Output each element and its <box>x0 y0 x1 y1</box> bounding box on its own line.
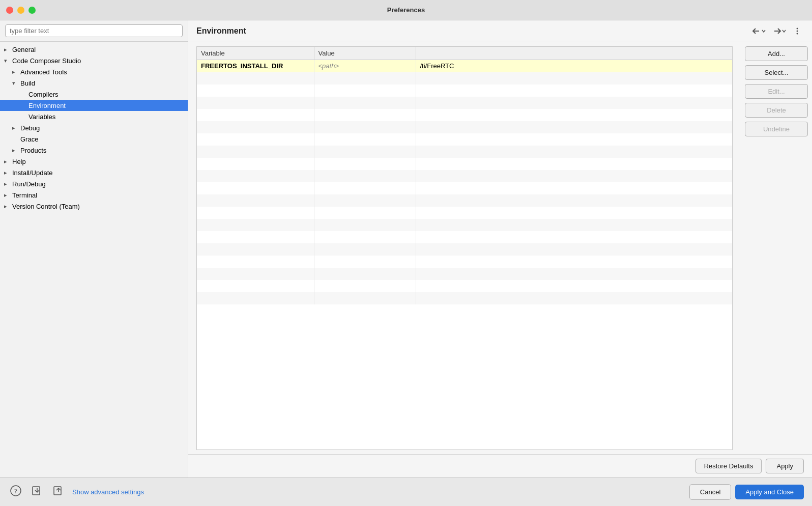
table-cell-value <box>314 243 416 256</box>
table-row[interactable] <box>197 256 732 268</box>
sidebar-item-help[interactable]: ▸Help <box>0 156 188 167</box>
back-button[interactable] <box>750 26 768 36</box>
export-button[interactable] <box>51 483 66 501</box>
export-icon <box>53 485 64 496</box>
sidebar-item-debug[interactable]: ▸Debug <box>0 122 188 133</box>
footer-bar: ? Show advanced settings Cancel <box>0 477 812 506</box>
sidebar-item-general[interactable]: ▸General <box>0 44 188 55</box>
table-cell-value <box>314 109 416 121</box>
show-advanced-link[interactable]: Show advanced settings <box>72 488 144 496</box>
table-row[interactable] <box>197 243 732 256</box>
table-row[interactable] <box>197 109 732 121</box>
table-row[interactable] <box>197 72 732 85</box>
table-row[interactable] <box>197 194 732 207</box>
table-row[interactable] <box>197 146 732 158</box>
table-cell-extra <box>416 109 732 121</box>
undefine-button[interactable]: Undefine <box>745 122 808 136</box>
table-cell-variable <box>197 133 314 146</box>
expand-icon: ▾ <box>12 80 20 87</box>
svg-point-4 <box>797 33 798 35</box>
table-cell-variable <box>197 292 314 304</box>
sidebar-item-variables[interactable]: Variables <box>0 111 188 122</box>
table-row[interactable] <box>197 280 732 292</box>
table-row[interactable] <box>197 207 732 219</box>
tree: ▸General▾Code Composer Studio▸Advanced T… <box>0 42 188 477</box>
edit-button[interactable]: Edit... <box>745 84 808 99</box>
sidebar-item-compilers[interactable]: Compilers <box>0 89 188 100</box>
sidebar-item-label-environment: Environment <box>28 102 66 109</box>
table-row[interactable] <box>197 219 732 231</box>
col-header-value: Value <box>314 47 416 60</box>
table-row[interactable] <box>197 170 732 182</box>
sidebar-item-install-update[interactable]: ▸Install/Update <box>0 167 188 178</box>
table-row[interactable] <box>197 268 732 280</box>
right-panel: Environment <box>188 20 812 477</box>
col-header-extra <box>416 47 732 60</box>
select-button[interactable]: Select... <box>745 65 808 80</box>
sidebar-item-label-install-update: Install/Update <box>12 169 53 177</box>
more-options-button[interactable] <box>791 25 804 37</box>
import-button[interactable] <box>30 483 45 501</box>
forward-button[interactable] <box>770 26 789 36</box>
table-cell-variable <box>197 207 314 219</box>
cancel-button[interactable]: Cancel <box>689 484 731 500</box>
sidebar-item-grace[interactable]: Grace <box>0 133 188 145</box>
sidebar-item-code-composer-studio[interactable]: ▾Code Composer Studio <box>0 55 188 66</box>
table-cell-extra <box>416 256 732 268</box>
forward-icon <box>772 27 781 35</box>
sidebar-item-label-version-control: Version Control (Team) <box>12 203 80 210</box>
table-row[interactable] <box>197 158 732 170</box>
table-cell-extra: /ti/FreeRTC <box>416 60 732 72</box>
sidebar-item-run-debug[interactable]: ▸Run/Debug <box>0 178 188 189</box>
table-cell-variable <box>197 231 314 243</box>
col-header-variable: Variable <box>197 47 314 60</box>
table-cell-value: <path> <box>314 60 416 72</box>
table-row[interactable] <box>197 121 732 133</box>
table-cell-value <box>314 158 416 170</box>
close-button[interactable] <box>6 7 13 14</box>
sidebar-item-environment[interactable]: Environment <box>0 100 188 111</box>
table-row[interactable] <box>197 85 732 97</box>
table-cell-extra <box>416 146 732 158</box>
expand-icon: ▸ <box>4 170 12 176</box>
sidebar-item-terminal[interactable]: ▸Terminal <box>0 189 188 201</box>
delete-button[interactable]: Delete <box>745 103 808 118</box>
table-cell-value <box>314 133 416 146</box>
table-row[interactable] <box>197 133 732 146</box>
sidebar: ▸General▾Code Composer Studio▸Advanced T… <box>0 20 188 477</box>
expand-icon: ▸ <box>12 125 20 131</box>
sidebar-item-label-code-composer-studio: Code Composer Studio <box>12 57 81 65</box>
table-cell-extra <box>416 207 732 219</box>
sidebar-item-products[interactable]: ▸Products <box>0 145 188 156</box>
table-row[interactable] <box>197 97 732 109</box>
filter-input[interactable] <box>5 24 183 37</box>
table-row[interactable] <box>197 292 732 304</box>
restore-defaults-button[interactable]: Restore Defaults <box>695 459 762 473</box>
table-row[interactable] <box>197 231 732 243</box>
sidebar-item-advanced-tools[interactable]: ▸Advanced Tools <box>0 66 188 77</box>
table-row[interactable] <box>197 182 732 194</box>
apply-button[interactable]: Apply <box>766 459 804 473</box>
table-cell-extra <box>416 292 732 304</box>
table-cell-value <box>314 207 416 219</box>
footer-right: Cancel Apply and Close <box>689 484 804 500</box>
table-cell-value <box>314 292 416 304</box>
help-button[interactable]: ? <box>8 483 23 501</box>
maximize-button[interactable] <box>28 7 36 14</box>
sidebar-item-version-control[interactable]: ▸Version Control (Team) <box>0 201 188 212</box>
expand-icon: ▸ <box>4 192 12 199</box>
import-icon <box>32 485 43 496</box>
table-cell-extra <box>416 243 732 256</box>
apply-close-button[interactable]: Apply and Close <box>735 485 804 499</box>
minimize-button[interactable] <box>17 7 24 14</box>
table-cell-value <box>314 256 416 268</box>
add-button[interactable]: Add... <box>745 46 808 61</box>
sidebar-item-build[interactable]: ▾Build <box>0 77 188 89</box>
sidebar-item-label-build: Build <box>20 79 35 87</box>
table-cell-extra <box>416 170 732 182</box>
sidebar-item-label-terminal: Terminal <box>12 191 37 199</box>
table-cell-extra <box>416 231 732 243</box>
table-row[interactable]: FREERTOS_INSTALL_DIR<path>/ti/FreeRTC <box>197 60 732 72</box>
table-cell-variable <box>197 72 314 85</box>
table-cell-variable <box>197 194 314 207</box>
